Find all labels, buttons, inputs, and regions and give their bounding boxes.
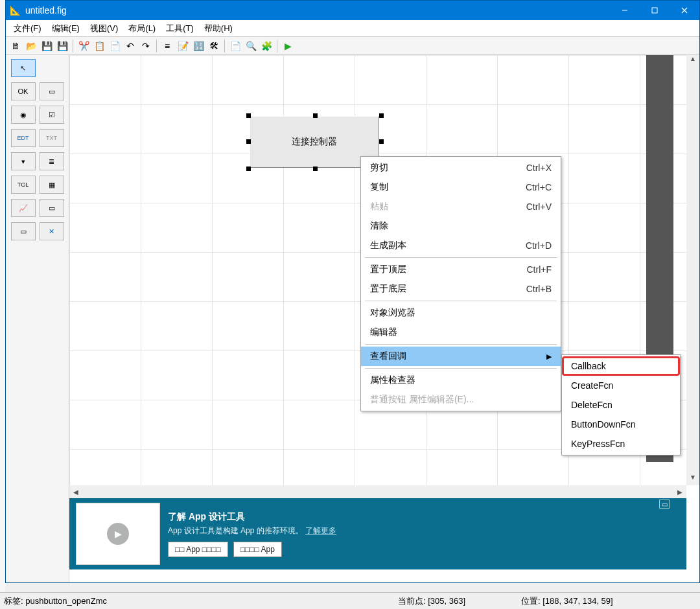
run-icon[interactable]: ▶ bbox=[281, 39, 295, 53]
paste-icon[interactable]: 📄 bbox=[108, 39, 122, 53]
menu-layout[interactable]: 布局(L) bbox=[123, 21, 161, 36]
ctx-bring-front[interactable]: 置于顶层Ctrl+F bbox=[361, 260, 561, 279]
undo-icon[interactable]: ↶ bbox=[123, 39, 137, 53]
tool-popup[interactable]: ▾ bbox=[11, 152, 36, 170]
app-icon: 📐 bbox=[6, 5, 24, 16]
open-icon[interactable]: 📂 bbox=[24, 39, 38, 53]
submenu-createfcn[interactable]: CreateFcn bbox=[562, 376, 680, 395]
ctx-cut[interactable]: 剪切Ctrl+X bbox=[361, 158, 561, 178]
tool-checkbox[interactable]: ☑ bbox=[40, 106, 64, 124]
pushbutton-openZmc[interactable]: 连接控制器 bbox=[250, 116, 379, 168]
resize-handle[interactable] bbox=[246, 139, 251, 144]
submenu-callback[interactable]: Callback bbox=[562, 356, 680, 376]
scroll-left-icon[interactable]: ◀ bbox=[73, 488, 78, 496]
tool-radio[interactable]: ◉ bbox=[11, 106, 36, 124]
submenu-buttondownfcn[interactable]: ButtonDownFcn bbox=[562, 415, 680, 434]
menu-editor-icon[interactable]: 📝 bbox=[176, 39, 190, 53]
editor-icon[interactable]: 📄 bbox=[228, 39, 242, 53]
design-canvas[interactable]: 连接控制器 剪切Ctrl+X 复制Ctrl+C 粘贴Ctrl+V 清除 生成副本… bbox=[69, 55, 686, 485]
scroll-up-icon[interactable]: ▲ bbox=[690, 55, 696, 67]
inspector-icon[interactable]: 🔍 bbox=[244, 39, 258, 53]
menubar: 文件(F) 编辑(E) 视图(V) 布局(L) 工具(T) 帮助(H) bbox=[6, 20, 699, 37]
cut-icon[interactable]: ✂️ bbox=[76, 39, 91, 53]
workarea: ↖ OK ▭ ◉ ☑ EDT TXT ▾ ≣ TGL ▦ 📈 ▭ ▭ ✕ 连接控… bbox=[6, 55, 699, 582]
statusbar: 标签: pushbutton_openZmc 当前点: [305, 363] 位… bbox=[0, 592, 700, 609]
titlebar[interactable]: 📐 untitled.fig bbox=[6, 1, 699, 20]
tab-order-icon[interactable]: 🔢 bbox=[191, 39, 205, 53]
scroll-right-icon[interactable]: ▶ bbox=[677, 488, 682, 496]
save-icon[interactable]: 💾 bbox=[40, 39, 54, 53]
ctx-object-browser[interactable]: 对象浏览器 bbox=[361, 303, 561, 323]
ctx-editor[interactable]: 编辑器 bbox=[361, 323, 561, 342]
align-icon[interactable]: ≡ bbox=[160, 39, 174, 53]
promo-thumbnail[interactable]: ▶ bbox=[76, 503, 160, 565]
submenu-keypressfcn[interactable]: KeyPressFcn bbox=[562, 434, 680, 454]
app-designer-promo: ▭ ▶ 了解 App 设计工具 App 设计工具是构建 App 的推荐环境。 了… bbox=[69, 498, 686, 569]
svg-rect-1 bbox=[652, 8, 657, 13]
resize-handle[interactable] bbox=[246, 113, 251, 118]
ctx-property-editor: 普通按钮 属性编辑器(E)... bbox=[361, 390, 561, 409]
tool-axes[interactable]: 📈 bbox=[11, 199, 36, 217]
maximize-button[interactable] bbox=[640, 1, 670, 20]
new-icon[interactable]: 🗎 bbox=[8, 39, 23, 53]
promo-btn-2[interactable]: □□□□ App bbox=[233, 542, 282, 557]
callbacks-submenu: Callback CreateFcn DeleteFcn ButtonDownF… bbox=[561, 354, 681, 455]
ctx-sep bbox=[365, 301, 557, 301]
tool-edit[interactable]: EDT bbox=[11, 129, 36, 147]
ctx-clear[interactable]: 清除 bbox=[361, 216, 561, 236]
tool-buttongroup[interactable]: ▭ bbox=[11, 222, 36, 240]
chevron-right-icon: ▶ bbox=[546, 352, 552, 361]
resize-handle[interactable] bbox=[313, 113, 318, 118]
resize-handle[interactable] bbox=[246, 167, 251, 171]
tool-listbox[interactable]: ≣ bbox=[40, 152, 64, 170]
menu-help[interactable]: 帮助(H) bbox=[199, 21, 238, 36]
editor-gutter bbox=[0, 0, 5, 609]
ctx-view-callbacks[interactable]: 查看回调▶ bbox=[361, 347, 561, 366]
copy-icon[interactable]: 📋 bbox=[92, 39, 106, 53]
promo-link[interactable]: 了解更多 bbox=[305, 526, 336, 535]
tool-panel[interactable]: ▭ bbox=[40, 199, 64, 217]
promo-minimize-icon[interactable]: ▭ bbox=[659, 500, 670, 509]
component-palette: ↖ OK ▭ ◉ ☑ EDT TXT ▾ ≣ TGL ▦ 📈 ▭ ▭ ✕ bbox=[6, 55, 69, 582]
resize-handle[interactable] bbox=[379, 113, 384, 118]
status-current-point: 当前点: [305, 363] bbox=[398, 595, 521, 607]
ctx-copy[interactable]: 复制Ctrl+C bbox=[361, 178, 561, 197]
menu-edit[interactable]: 编辑(E) bbox=[47, 21, 85, 36]
guide-window: 📐 untitled.fig 文件(F) 编辑(E) 视图(V) 布局(L) 工… bbox=[5, 0, 700, 583]
tool-activex[interactable]: ✕ bbox=[40, 222, 64, 240]
status-position: 位置: [188, 347, 134, 59] bbox=[521, 595, 696, 607]
tool-pushbutton[interactable]: OK bbox=[11, 82, 36, 100]
pushbutton-label: 连接控制器 bbox=[292, 136, 337, 148]
resize-handle[interactable] bbox=[379, 139, 384, 144]
minimize-button[interactable] bbox=[610, 1, 640, 20]
toolbar-sep bbox=[224, 40, 225, 52]
redo-icon[interactable]: ↷ bbox=[139, 39, 153, 53]
ctx-sep bbox=[365, 257, 557, 258]
menu-file[interactable]: 文件(F) bbox=[8, 21, 47, 36]
promo-text: 了解 App 设计工具 App 设计工具是构建 App 的推荐环境。 了解更多 … bbox=[168, 511, 680, 557]
toolbar-editor-icon[interactable]: 🛠 bbox=[207, 39, 221, 53]
scroll-down-icon[interactable]: ▼ bbox=[690, 474, 696, 485]
tool-toggle[interactable]: TGL bbox=[11, 176, 36, 194]
tool-slider[interactable]: ▭ bbox=[40, 82, 64, 100]
toolbar-sep bbox=[73, 40, 73, 52]
ctx-property-inspector[interactable]: 属性检查器 bbox=[361, 371, 561, 390]
browser-icon[interactable]: 🧩 bbox=[259, 39, 274, 53]
submenu-deletefcn[interactable]: DeleteFcn bbox=[562, 395, 680, 415]
toolbar-sep bbox=[277, 40, 277, 52]
ctx-sep bbox=[365, 344, 557, 345]
ctx-duplicate[interactable]: 生成副本Ctrl+D bbox=[361, 236, 561, 255]
tool-select[interactable]: ↖ bbox=[11, 59, 36, 77]
promo-title: 了解 App 设计工具 bbox=[168, 511, 680, 523]
horizontal-scrollbar[interactable]: ◀ ▶ bbox=[69, 485, 686, 498]
menu-view[interactable]: 视图(V) bbox=[85, 21, 123, 36]
tool-text[interactable]: TXT bbox=[40, 129, 64, 147]
tool-table[interactable]: ▦ bbox=[40, 176, 64, 194]
menu-tools[interactable]: 工具(T) bbox=[161, 21, 199, 36]
close-button[interactable] bbox=[670, 1, 699, 20]
vertical-scrollbar[interactable]: ▲ ▼ bbox=[686, 55, 699, 485]
resize-handle[interactable] bbox=[313, 167, 318, 171]
promo-btn-1[interactable]: □□ App □□□□ bbox=[168, 542, 228, 557]
save-as-icon[interactable]: 💾 bbox=[55, 39, 69, 53]
ctx-send-back[interactable]: 置于底层Ctrl+B bbox=[361, 279, 561, 299]
